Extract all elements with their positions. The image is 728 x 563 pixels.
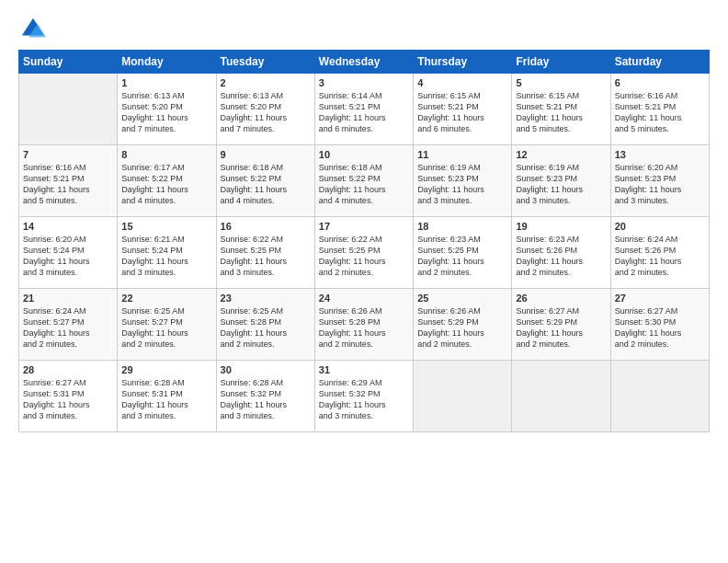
col-header-thursday: Thursday <box>414 51 512 74</box>
day-number: 28 <box>23 364 113 375</box>
day-cell: 28Sunrise: 6:27 AMSunset: 5:31 PMDayligh… <box>19 361 118 432</box>
day-number: 5 <box>516 77 606 88</box>
day-number: 4 <box>417 77 507 88</box>
day-cell: 6Sunrise: 6:16 AMSunset: 5:21 PMDaylight… <box>610 74 709 145</box>
day-number: 29 <box>121 364 211 375</box>
week-row-1: 1Sunrise: 6:13 AMSunset: 5:20 PMDaylight… <box>19 74 710 145</box>
day-number: 10 <box>319 149 409 160</box>
day-cell: 27Sunrise: 6:27 AMSunset: 5:30 PMDayligh… <box>610 289 709 361</box>
day-info: Sunrise: 6:26 AMSunset: 5:28 PMDaylight:… <box>319 305 409 350</box>
day-cell: 29Sunrise: 6:28 AMSunset: 5:31 PMDayligh… <box>118 361 216 432</box>
day-cell: 30Sunrise: 6:28 AMSunset: 5:32 PMDayligh… <box>216 361 314 432</box>
day-cell: 7Sunrise: 6:16 AMSunset: 5:21 PMDaylight… <box>19 145 118 217</box>
day-cell <box>512 361 610 432</box>
day-number: 3 <box>319 77 409 88</box>
day-info: Sunrise: 6:15 AMSunset: 5:21 PMDaylight:… <box>516 90 606 135</box>
day-info: Sunrise: 6:18 AMSunset: 5:22 PMDaylight:… <box>221 162 311 207</box>
day-cell: 18Sunrise: 6:23 AMSunset: 5:25 PMDayligh… <box>414 217 512 289</box>
day-info: Sunrise: 6:27 AMSunset: 5:31 PMDaylight:… <box>23 377 113 422</box>
day-info: Sunrise: 6:13 AMSunset: 5:20 PMDaylight:… <box>121 90 211 135</box>
day-number: 15 <box>121 221 211 232</box>
calendar-table: SundayMondayTuesdayWednesdayThursdayFrid… <box>18 50 710 432</box>
day-number: 26 <box>516 293 606 304</box>
day-cell: 2Sunrise: 6:13 AMSunset: 5:20 PMDaylight… <box>216 74 314 145</box>
day-number: 31 <box>319 364 409 375</box>
day-info: Sunrise: 6:29 AMSunset: 5:32 PMDaylight:… <box>319 377 409 422</box>
day-cell: 5Sunrise: 6:15 AMSunset: 5:21 PMDaylight… <box>512 74 610 145</box>
day-number: 27 <box>615 293 705 304</box>
day-cell: 13Sunrise: 6:20 AMSunset: 5:23 PMDayligh… <box>610 145 709 217</box>
day-number: 14 <box>23 221 113 232</box>
day-cell: 24Sunrise: 6:26 AMSunset: 5:28 PMDayligh… <box>314 289 413 361</box>
day-cell: 1Sunrise: 6:13 AMSunset: 5:20 PMDaylight… <box>118 74 216 145</box>
day-number: 22 <box>121 293 211 304</box>
day-info: Sunrise: 6:13 AMSunset: 5:20 PMDaylight:… <box>221 90 311 135</box>
day-info: Sunrise: 6:24 AMSunset: 5:26 PMDaylight:… <box>615 234 705 279</box>
day-number: 25 <box>417 293 507 304</box>
col-header-sunday: Sunday <box>19 51 118 74</box>
day-cell: 12Sunrise: 6:19 AMSunset: 5:23 PMDayligh… <box>512 145 610 217</box>
day-info: Sunrise: 6:18 AMSunset: 5:22 PMDaylight:… <box>319 162 409 207</box>
day-cell: 23Sunrise: 6:25 AMSunset: 5:28 PMDayligh… <box>216 289 314 361</box>
logo-icon <box>20 17 46 42</box>
day-number: 20 <box>615 221 705 232</box>
day-number: 16 <box>221 221 311 232</box>
day-cell: 4Sunrise: 6:15 AMSunset: 5:21 PMDaylight… <box>414 74 512 145</box>
header <box>18 17 710 39</box>
page: SundayMondayTuesdayWednesdayThursdayFrid… <box>0 0 728 563</box>
day-cell <box>414 361 512 432</box>
day-number: 17 <box>319 221 409 232</box>
day-cell: 22Sunrise: 6:25 AMSunset: 5:27 PMDayligh… <box>118 289 216 361</box>
day-info: Sunrise: 6:23 AMSunset: 5:25 PMDaylight:… <box>417 234 507 279</box>
day-info: Sunrise: 6:16 AMSunset: 5:21 PMDaylight:… <box>615 90 705 135</box>
day-cell: 10Sunrise: 6:18 AMSunset: 5:22 PMDayligh… <box>314 145 413 217</box>
day-cell: 20Sunrise: 6:24 AMSunset: 5:26 PMDayligh… <box>610 217 709 289</box>
day-number: 6 <box>615 77 705 88</box>
col-header-wednesday: Wednesday <box>314 51 413 74</box>
day-info: Sunrise: 6:20 AMSunset: 5:23 PMDaylight:… <box>615 162 705 207</box>
day-number: 9 <box>221 149 311 160</box>
day-info: Sunrise: 6:28 AMSunset: 5:31 PMDaylight:… <box>121 377 211 422</box>
day-cell: 19Sunrise: 6:23 AMSunset: 5:26 PMDayligh… <box>512 217 610 289</box>
day-info: Sunrise: 6:24 AMSunset: 5:27 PMDaylight:… <box>23 305 113 350</box>
week-row-4: 21Sunrise: 6:24 AMSunset: 5:27 PMDayligh… <box>19 289 710 361</box>
day-info: Sunrise: 6:21 AMSunset: 5:24 PMDaylight:… <box>121 234 211 279</box>
day-number: 1 <box>121 77 211 88</box>
col-header-monday: Monday <box>118 51 216 74</box>
col-header-friday: Friday <box>512 51 610 74</box>
day-info: Sunrise: 6:19 AMSunset: 5:23 PMDaylight:… <box>417 162 507 207</box>
week-row-2: 7Sunrise: 6:16 AMSunset: 5:21 PMDaylight… <box>19 145 710 217</box>
day-cell: 14Sunrise: 6:20 AMSunset: 5:24 PMDayligh… <box>19 217 118 289</box>
day-number: 24 <box>319 293 409 304</box>
col-header-tuesday: Tuesday <box>216 51 314 74</box>
day-cell: 31Sunrise: 6:29 AMSunset: 5:32 PMDayligh… <box>314 361 413 432</box>
day-info: Sunrise: 6:16 AMSunset: 5:21 PMDaylight:… <box>23 162 113 207</box>
logo <box>18 17 46 39</box>
day-info: Sunrise: 6:22 AMSunset: 5:25 PMDaylight:… <box>319 234 409 279</box>
day-info: Sunrise: 6:25 AMSunset: 5:28 PMDaylight:… <box>221 305 311 350</box>
day-number: 13 <box>615 149 705 160</box>
day-number: 12 <box>516 149 606 160</box>
day-number: 11 <box>417 149 507 160</box>
day-info: Sunrise: 6:20 AMSunset: 5:24 PMDaylight:… <box>23 234 113 279</box>
day-cell: 15Sunrise: 6:21 AMSunset: 5:24 PMDayligh… <box>118 217 216 289</box>
day-number: 8 <box>121 149 211 160</box>
day-info: Sunrise: 6:25 AMSunset: 5:27 PMDaylight:… <box>121 305 211 350</box>
day-cell: 17Sunrise: 6:22 AMSunset: 5:25 PMDayligh… <box>314 217 413 289</box>
day-info: Sunrise: 6:22 AMSunset: 5:25 PMDaylight:… <box>221 234 311 279</box>
day-info: Sunrise: 6:26 AMSunset: 5:29 PMDaylight:… <box>417 305 507 350</box>
header-row: SundayMondayTuesdayWednesdayThursdayFrid… <box>19 51 710 74</box>
day-info: Sunrise: 6:27 AMSunset: 5:30 PMDaylight:… <box>615 305 705 350</box>
day-info: Sunrise: 6:17 AMSunset: 5:22 PMDaylight:… <box>121 162 211 207</box>
week-row-3: 14Sunrise: 6:20 AMSunset: 5:24 PMDayligh… <box>19 217 710 289</box>
day-info: Sunrise: 6:14 AMSunset: 5:21 PMDaylight:… <box>319 90 409 135</box>
day-info: Sunrise: 6:28 AMSunset: 5:32 PMDaylight:… <box>221 377 311 422</box>
day-number: 23 <box>221 293 311 304</box>
day-cell: 21Sunrise: 6:24 AMSunset: 5:27 PMDayligh… <box>19 289 118 361</box>
day-info: Sunrise: 6:15 AMSunset: 5:21 PMDaylight:… <box>417 90 507 135</box>
day-cell: 8Sunrise: 6:17 AMSunset: 5:22 PMDaylight… <box>118 145 216 217</box>
day-number: 2 <box>221 77 311 88</box>
day-number: 19 <box>516 221 606 232</box>
day-info: Sunrise: 6:19 AMSunset: 5:23 PMDaylight:… <box>516 162 606 207</box>
day-cell <box>19 74 118 145</box>
